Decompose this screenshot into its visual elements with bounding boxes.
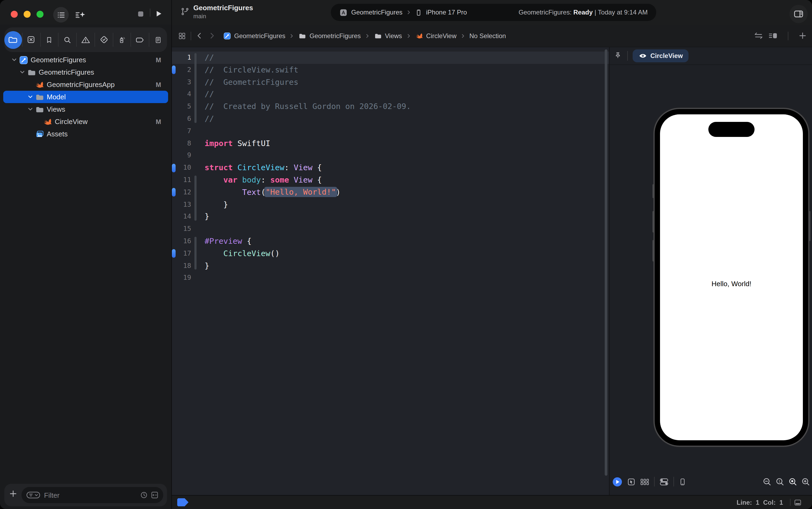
scheme-selector[interactable]: GeometricFigures iPhone 17 Pro	[339, 8, 467, 16]
line-number[interactable]: 15	[172, 223, 191, 235]
mag-one-button[interactable]: 1	[776, 477, 785, 486]
code-line[interactable]: 6//	[172, 113, 609, 125]
line-number[interactable]: 14	[172, 211, 191, 223]
navigator-tab-tag[interactable]	[131, 27, 149, 52]
line-number[interactable]: 18	[172, 260, 191, 272]
code-line[interactable]: 8import SwiftUI	[172, 137, 609, 149]
run-button[interactable]	[155, 10, 163, 18]
mag-plus-button[interactable]	[801, 477, 810, 486]
code-line[interactable]: 9	[172, 149, 609, 162]
forward-button[interactable]	[208, 32, 215, 39]
live-preview-button[interactable]	[612, 477, 622, 487]
code-line[interactable]: 7	[172, 125, 609, 137]
chevron-down-icon[interactable]	[27, 106, 34, 112]
breadcrumb-item[interactable]: Views	[374, 31, 402, 40]
breadcrumb-item[interactable]: CircleView	[415, 31, 456, 40]
breadcrumb-item[interactable]: No Selection	[469, 32, 506, 39]
line-number[interactable]: 17	[172, 247, 191, 260]
navigator-tab-project[interactable]	[4, 27, 22, 52]
code-line[interactable]: 19	[172, 272, 609, 284]
intelligence-button[interactable]	[73, 7, 88, 23]
code-line[interactable]: 10struct CircleView: View {	[172, 162, 609, 174]
line-number[interactable]: 13	[172, 198, 191, 211]
line-number[interactable]: 19	[172, 272, 191, 284]
tree-item-model[interactable]: Model	[3, 91, 168, 103]
source-editor[interactable]: 1//2// CircleView.swift3// GeometricFigu…	[172, 47, 609, 495]
breadcrumb-item[interactable]: GeometricFigures	[298, 31, 361, 40]
inspector-toggle-button[interactable]	[789, 5, 808, 23]
code-line[interactable]: 14}	[172, 211, 609, 223]
preview-screen[interactable]: Hello, World!	[660, 114, 803, 440]
code-line[interactable]: 12 Text("Hello, World!")	[172, 186, 609, 199]
navigator-tab-changes[interactable]	[23, 27, 40, 52]
breakpoints-indicator[interactable]	[177, 498, 189, 506]
line-number[interactable]: 8	[172, 137, 191, 149]
chevron-down-icon[interactable]	[27, 94, 34, 100]
code-line[interactable]: 2// CircleView.swift	[172, 64, 609, 76]
line-number[interactable]: 4	[172, 88, 191, 101]
line-number[interactable]: 10	[172, 162, 191, 174]
grid6-button[interactable]	[640, 478, 649, 486]
traffic-light-zoom[interactable]	[36, 11, 43, 18]
code-line[interactable]: 3// GeometricFigures	[172, 76, 609, 88]
toggles-button[interactable]	[659, 478, 669, 486]
editor-scrollbar[interactable]	[605, 49, 607, 476]
line-number[interactable]: 16	[172, 235, 191, 247]
code-line[interactable]: 15	[172, 223, 609, 235]
phone-outline-button[interactable]	[679, 478, 686, 486]
navigator-tab-reports[interactable]	[149, 27, 167, 52]
scheme-status-pill[interactable]: GeometricFigures iPhone 17 Pro Geometric…	[331, 4, 656, 21]
line-number[interactable]: 11	[172, 174, 191, 186]
tree-item-assets[interactable]: Assets	[3, 128, 168, 140]
navigator-tab-issues[interactable]	[77, 27, 95, 52]
line-number[interactable]: 12	[172, 186, 191, 199]
chevron-down-icon[interactable]	[19, 69, 26, 75]
line-number[interactable]: 1	[172, 52, 191, 64]
add-button[interactable]	[9, 490, 17, 498]
navigator-visibility-button[interactable]	[53, 7, 69, 23]
traffic-light-close[interactable]	[11, 11, 18, 18]
cursor-box-button[interactable]	[627, 478, 635, 486]
source-control-filter-icon[interactable]	[151, 491, 159, 499]
line-number[interactable]: 6	[172, 113, 191, 125]
related-items-icon[interactable]	[178, 32, 186, 39]
stop-button[interactable]	[137, 10, 144, 18]
tree-item-geometricfigures[interactable]: GeometricFiguresM	[3, 54, 168, 66]
code-line[interactable]: 5// Created by Russell Gordon on 2026-02…	[172, 100, 609, 113]
swap-editor-icon[interactable]	[754, 32, 763, 40]
line-number[interactable]: 3	[172, 76, 191, 88]
pin-icon[interactable]	[614, 52, 622, 60]
navigator-tab-find[interactable]	[59, 27, 76, 52]
navigator-tab-bookmarks[interactable]	[40, 27, 58, 52]
breadcrumb-item[interactable]: GeometricFigures	[223, 31, 285, 40]
mag-fit-button[interactable]	[788, 477, 798, 486]
line-number[interactable]: 5	[172, 100, 191, 113]
navigator-tab-tests[interactable]	[95, 27, 113, 52]
preview-tab-pill[interactable]: CircleView	[633, 49, 689, 62]
filter-input[interactable]: Filter	[22, 487, 163, 503]
code-line[interactable]: 18}	[172, 260, 609, 272]
recents-clock-icon[interactable]	[140, 491, 148, 499]
debug-area-toggle-icon[interactable]	[794, 499, 802, 506]
editor-options-icon[interactable]	[769, 32, 778, 40]
tree-item-views[interactable]: Views	[3, 103, 168, 115]
traffic-light-minimize[interactable]	[24, 11, 31, 18]
line-number[interactable]: 7	[172, 125, 191, 137]
navigator-tab-profile[interactable]	[113, 27, 131, 52]
code-line[interactable]: 16#Preview {	[172, 235, 609, 247]
tree-item-geometricfiguresapp[interactable]: GeometricFiguresAppM	[3, 78, 168, 91]
screenshot-root: GeometricFigures main GeometricFigures i…	[0, 0, 812, 509]
line-number[interactable]: 9	[172, 149, 191, 162]
code-line[interactable]: 1//	[172, 52, 609, 64]
mag-minus-button[interactable]	[763, 477, 772, 486]
tree-item-geometricfigures[interactable]: GeometricFigures	[3, 66, 168, 78]
tree-item-circleview[interactable]: CircleViewM	[3, 115, 168, 128]
code-line[interactable]: 17 CircleView()	[172, 247, 609, 260]
code-line[interactable]: 11 var body: some View {	[172, 174, 609, 186]
code-line[interactable]: 4//	[172, 88, 609, 101]
back-button[interactable]	[196, 32, 203, 39]
code-line[interactable]: 13 }	[172, 198, 609, 211]
line-number[interactable]: 2	[172, 64, 191, 76]
add-editor-icon[interactable]	[799, 32, 807, 40]
chevron-down-icon[interactable]	[11, 57, 18, 63]
